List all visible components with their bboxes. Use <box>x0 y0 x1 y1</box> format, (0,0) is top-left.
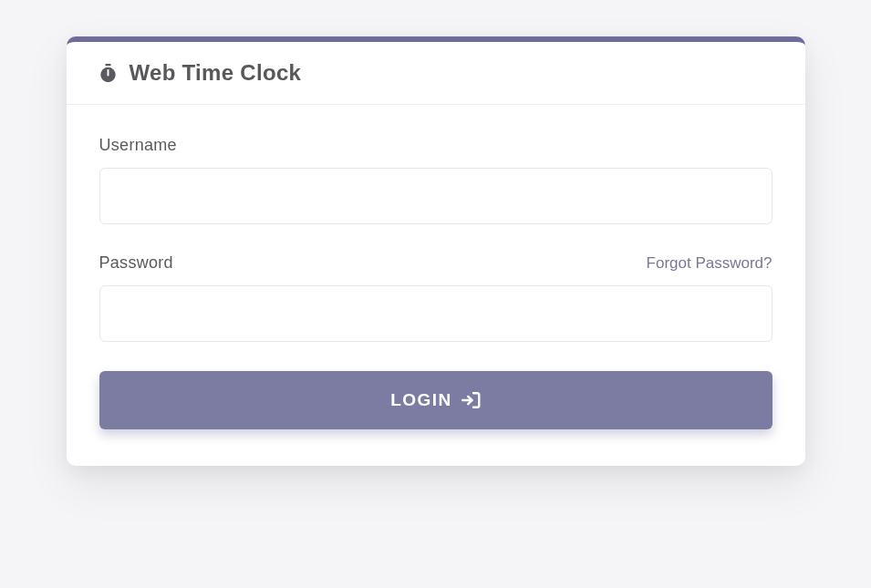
sign-in-icon <box>461 392 481 408</box>
card-body: Username Password Forgot Password? LOGIN <box>67 105 805 466</box>
svg-rect-0 <box>105 64 110 66</box>
password-group: Password Forgot Password? <box>99 253 772 342</box>
page-title: Web Time Clock <box>130 60 302 86</box>
username-group: Username <box>99 136 772 224</box>
username-input[interactable] <box>99 168 772 224</box>
password-input[interactable] <box>99 285 772 342</box>
password-label: Password <box>99 253 173 273</box>
login-button[interactable]: LOGIN <box>99 371 772 429</box>
card-header: Web Time Clock <box>67 42 805 105</box>
forgot-password-link[interactable]: Forgot Password? <box>647 254 772 273</box>
username-label: Username <box>99 136 177 155</box>
login-button-label: LOGIN <box>390 390 452 410</box>
stopwatch-icon <box>99 64 117 83</box>
login-card: Web Time Clock Username Password Forgot … <box>67 36 805 466</box>
